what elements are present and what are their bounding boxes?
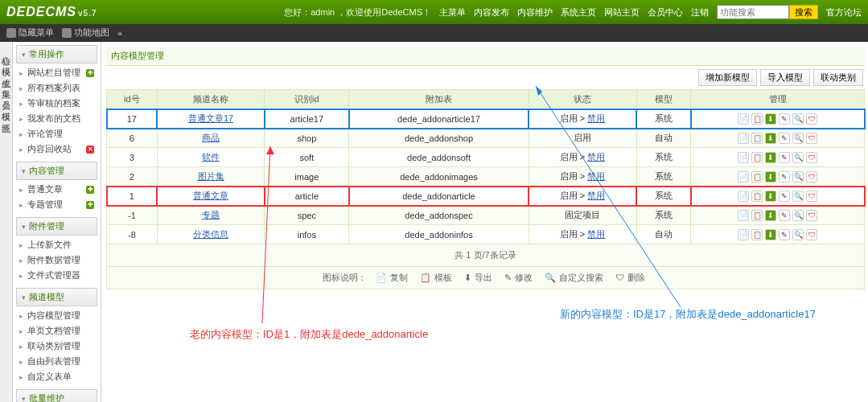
op-tpl-icon[interactable]: 📋 — [751, 113, 763, 125]
op-search-icon[interactable]: 🔍 — [792, 113, 804, 125]
sidebar-item[interactable]: 内容回收站✕ — [16, 142, 97, 157]
legend-tpl[interactable]: 📋模板 — [420, 273, 455, 282]
op-tpl-icon[interactable]: 📋 — [751, 171, 763, 183]
sidebar-item[interactable]: 自定义表单 — [16, 369, 97, 384]
col-header: 状态 — [529, 90, 636, 109]
op-export-icon[interactable]: ⬇ — [765, 229, 776, 240]
sidebar-item[interactable]: 等审核的档案 — [16, 96, 97, 111]
op-copy-icon[interactable]: 📄 — [738, 171, 749, 183]
rail-core[interactable]: 核心 — [1, 47, 12, 51]
sidebar-group-head[interactable]: 频道模型 — [16, 288, 97, 306]
op-search-icon[interactable]: 🔍 — [792, 133, 804, 144]
op-del-icon[interactable]: 🛡 — [806, 229, 817, 240]
sidebar-group-head[interactable]: 常用操作 — [16, 45, 97, 64]
subbar-arrow[interactable]: « — [117, 28, 122, 38]
op-tpl-icon[interactable]: 📋 — [751, 191, 763, 202]
col-header: id号 — [107, 90, 158, 109]
legend-del[interactable]: 🛡删除 — [615, 273, 648, 282]
op-tpl-icon[interactable]: 📋 — [751, 210, 763, 221]
nav-main[interactable]: 主菜单 — [439, 6, 466, 18]
rail-template[interactable]: 模板 — [1, 103, 12, 108]
nav-site-home[interactable]: 网站主页 — [604, 6, 640, 18]
op-edit-icon[interactable]: ✎ — [779, 113, 790, 125]
sidebar-item[interactable]: 内容模型管理 — [16, 308, 97, 323]
op-export-icon[interactable]: ⬇ — [765, 152, 776, 163]
table-row: -1专题specdede_addonspec固定项目系统📄📋⬇✎🔍🛡 — [107, 206, 865, 225]
op-export-icon[interactable]: ⬇ — [765, 133, 776, 144]
op-edit-icon[interactable]: ✎ — [779, 191, 790, 202]
op-copy-icon[interactable]: 📄 — [738, 191, 749, 202]
sidebar-item[interactable]: 专题管理✚ — [16, 197, 97, 212]
sidebar-item[interactable]: 普通文章✚ — [16, 182, 97, 197]
bbs-link[interactable]: 官方论坛 — [826, 6, 862, 18]
add-model-button[interactable]: 增加新模型 — [698, 69, 757, 86]
legend-copy[interactable]: 📄复制 — [376, 273, 411, 282]
rail-gen[interactable]: 生成 — [1, 69, 12, 74]
op-search-icon[interactable]: 🔍 — [792, 191, 804, 202]
rail-system[interactable]: 系统 — [1, 114, 12, 119]
search-input[interactable] — [717, 5, 789, 19]
op-export-icon[interactable]: ⬇ — [765, 113, 776, 125]
sidebar-item[interactable]: 我发布的文档 — [16, 111, 97, 126]
sidebar-group-head[interactable]: 批量维护 — [16, 389, 97, 402]
op-tpl-icon[interactable]: 📋 — [751, 152, 763, 163]
op-export-icon[interactable]: ⬇ — [765, 171, 776, 183]
badge-icon: ✕ — [86, 146, 94, 154]
op-tpl-icon[interactable]: 📋 — [751, 133, 763, 144]
col-header: 频道名称 — [157, 90, 264, 109]
op-search-icon[interactable]: 🔍 — [792, 229, 804, 240]
hide-menu[interactable]: 隐藏菜单 — [6, 27, 54, 39]
op-del-icon[interactable]: 🛡 — [806, 171, 817, 183]
legend-label: 图标说明： — [323, 273, 367, 282]
func-map[interactable]: 功能地图 — [62, 27, 109, 39]
sidebar-item[interactable]: 文件式管理器 — [16, 268, 97, 283]
nav-logout[interactable]: 注销 — [691, 6, 709, 18]
nav-sys-home[interactable]: 系统主页 — [561, 6, 596, 18]
rail-member[interactable]: 会员 — [1, 92, 12, 96]
op-copy-icon[interactable]: 📄 — [738, 113, 749, 125]
sidebar-item[interactable]: 网站栏目管理✚ — [16, 65, 97, 80]
op-copy-icon[interactable]: 📄 — [738, 229, 749, 240]
op-edit-icon[interactable]: ✎ — [779, 133, 790, 144]
op-export-icon[interactable]: ⬇ — [765, 191, 776, 202]
search-button[interactable]: 搜索 — [789, 5, 818, 19]
op-edit-icon[interactable]: ✎ — [779, 229, 790, 240]
sidebar-item[interactable]: 所有档案列表 — [16, 80, 97, 96]
sidebar-item[interactable]: 上传新文件 — [16, 237, 97, 252]
linkage-button[interactable]: 联动类别 — [813, 69, 863, 86]
nav-maintain[interactable]: 内容维护 — [517, 6, 553, 18]
op-copy-icon[interactable]: 📄 — [738, 133, 749, 144]
op-copy-icon[interactable]: 📄 — [738, 152, 749, 163]
import-model-button[interactable]: 导入模型 — [760, 69, 810, 86]
table-row: 17普通文章17article17dede_addonarticle17启用 >… — [107, 109, 865, 129]
sidebar-item[interactable]: 评论管理 — [16, 126, 97, 142]
op-tpl-icon[interactable]: 📋 — [751, 229, 763, 240]
sidebar-item[interactable]: 联动类别管理 — [16, 338, 97, 354]
op-del-icon[interactable]: 🛡 — [806, 191, 817, 202]
op-edit-icon[interactable]: ✎ — [779, 171, 790, 183]
sidebar-item[interactable]: 单页文档管理 — [16, 323, 97, 338]
rail-module[interactable]: 模块 — [1, 58, 12, 63]
op-del-icon[interactable]: 🛡 — [806, 210, 817, 221]
sidebar-item[interactable]: 附件数据管理 — [16, 252, 97, 268]
legend-export[interactable]: ⬇导出 — [464, 273, 496, 282]
op-export-icon[interactable]: ⬇ — [765, 210, 776, 221]
legend-search[interactable]: 🔍自定义搜索 — [545, 273, 607, 282]
nav-member[interactable]: 会员中心 — [648, 6, 683, 18]
sidebar-group-head[interactable]: 内容管理 — [16, 162, 97, 180]
op-del-icon[interactable]: 🛡 — [806, 133, 817, 144]
op-del-icon[interactable]: 🛡 — [806, 152, 817, 163]
col-header: 识别id — [265, 90, 349, 109]
op-edit-icon[interactable]: ✎ — [779, 152, 790, 163]
op-del-icon[interactable]: 🛡 — [806, 113, 817, 125]
sidebar-item[interactable]: 自由列表管理 — [16, 354, 97, 369]
sidebar-group-head[interactable]: 附件管理 — [16, 217, 97, 236]
rail-collect[interactable]: 采集 — [1, 80, 12, 85]
op-search-icon[interactable]: 🔍 — [792, 152, 804, 163]
op-search-icon[interactable]: 🔍 — [792, 171, 804, 183]
op-copy-icon[interactable]: 📄 — [738, 210, 749, 221]
op-search-icon[interactable]: 🔍 — [792, 210, 804, 221]
legend-edit[interactable]: ✎修改 — [504, 273, 536, 282]
op-edit-icon[interactable]: ✎ — [779, 210, 790, 221]
nav-publish[interactable]: 内容发布 — [474, 6, 509, 18]
